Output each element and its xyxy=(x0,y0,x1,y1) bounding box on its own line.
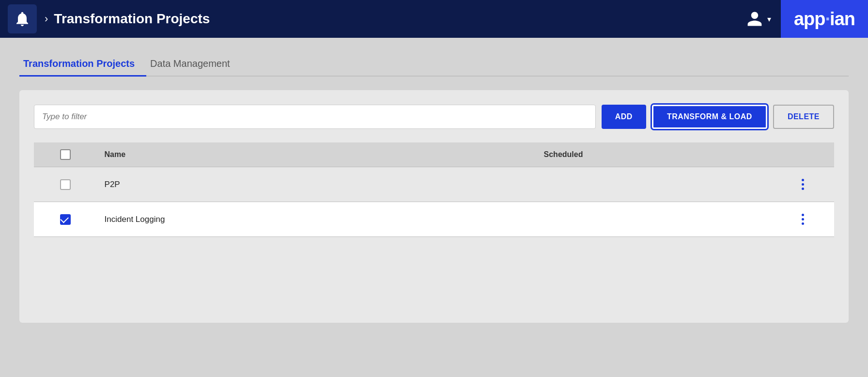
kebab-dot xyxy=(802,214,804,216)
row-p2p-actions xyxy=(771,167,834,202)
header-actions xyxy=(771,142,834,167)
projects-table: Name Scheduled P2P xyxy=(34,142,834,237)
main-content: Transformation Projects Data Management … xyxy=(0,38,868,338)
header-checkbox-cell xyxy=(34,142,97,167)
tab-data-management[interactable]: Data Management xyxy=(146,53,242,77)
breadcrumb-chevron: › xyxy=(45,13,48,25)
row-p2p-checkbox-cell xyxy=(34,167,97,202)
content-card: ADD TRANSFORM & LOAD DELETE Name Schedul… xyxy=(19,90,849,323)
toolbar: ADD TRANSFORM & LOAD DELETE xyxy=(34,105,834,129)
page-title: Transformation Projects xyxy=(54,11,746,27)
row-p2p-checkbox[interactable] xyxy=(60,179,71,190)
kebab-dot xyxy=(802,188,804,190)
transform-load-button[interactable]: TRANSFORM & LOAD xyxy=(652,105,767,129)
tab-bar: Transformation Projects Data Management xyxy=(19,53,849,77)
app-header: › Transformation Projects ▾ app·ian xyxy=(0,0,868,38)
user-menu[interactable]: ▾ xyxy=(746,10,771,28)
filter-input[interactable] xyxy=(34,105,596,129)
row-incident-name: Incident Logging xyxy=(97,202,536,237)
row-p2p-name: P2P xyxy=(97,167,536,202)
brand-name: app·ian xyxy=(794,9,855,30)
table-row: Incident Logging xyxy=(34,202,834,237)
kebab-dot xyxy=(802,222,804,225)
table-header-row: Name Scheduled xyxy=(34,142,834,167)
kebab-dot xyxy=(802,218,804,220)
delete-button[interactable]: DELETE xyxy=(773,105,834,129)
select-all-checkbox[interactable] xyxy=(60,149,71,160)
bell-icon xyxy=(14,10,31,28)
table-row: P2P xyxy=(34,167,834,202)
row-incident-kebab-menu[interactable] xyxy=(779,211,826,228)
header-scheduled: Scheduled xyxy=(536,142,772,167)
row-p2p-scheduled xyxy=(536,167,772,202)
row-p2p-kebab-menu[interactable] xyxy=(779,176,826,193)
app-icon xyxy=(8,4,37,33)
header-name: Name xyxy=(97,142,536,167)
row-incident-scheduled xyxy=(536,202,772,237)
kebab-dot xyxy=(802,179,804,181)
row-incident-actions xyxy=(771,202,834,237)
row-incident-checkbox[interactable] xyxy=(60,214,71,225)
kebab-dot xyxy=(802,183,804,186)
row-incident-checkbox-cell xyxy=(34,202,97,237)
tab-transformation-projects[interactable]: Transformation Projects xyxy=(19,53,146,77)
user-icon xyxy=(746,10,763,28)
add-button[interactable]: ADD xyxy=(602,105,646,129)
brand-logo: app·ian xyxy=(781,0,868,38)
user-dropdown-chevron[interactable]: ▾ xyxy=(767,15,771,24)
